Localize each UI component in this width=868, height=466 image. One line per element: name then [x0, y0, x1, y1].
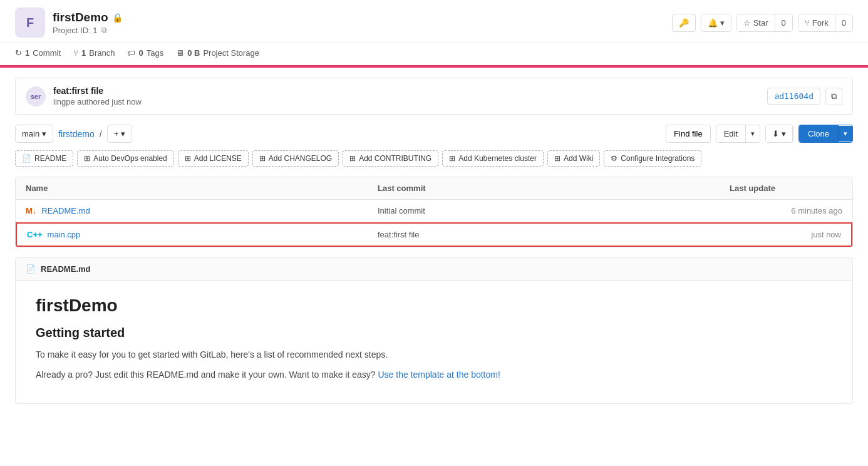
shortcut-button[interactable]: ⊞Add Kubernetes cluster: [442, 150, 544, 167]
file-type-icon: M↓: [26, 206, 36, 215]
shortcut-label: Add LICENSE: [194, 154, 242, 163]
key-button[interactable]: 🔑: [672, 14, 696, 32]
shortcut-button[interactable]: ⊞Add LICENSE: [178, 150, 249, 167]
tag-count: 0: [138, 48, 143, 58]
copy-hash-button[interactable]: ⧉: [825, 88, 842, 105]
tag-label: Tags: [147, 48, 163, 58]
toolbar: main ▾ firstdemo / + ▾ Find file Edit ▾ …: [15, 125, 853, 143]
download-button[interactable]: ⬇ ▾: [766, 125, 793, 142]
shortcut-icon: ⚙: [611, 154, 617, 163]
commit-left: ser feat:first file lingpe authored just…: [26, 86, 142, 106]
file-name-text[interactable]: README.md: [41, 206, 90, 215]
file-name-text[interactable]: main.cpp: [48, 230, 81, 239]
readme-para2-link[interactable]: Use the template at the bottom!: [378, 370, 500, 380]
edit-caret-icon[interactable]: ▾: [746, 126, 760, 142]
readme-heading: firstDemo: [36, 296, 832, 316]
storage-stat: 🖥 0 B Project Storage: [176, 48, 259, 58]
shortcut-button[interactable]: ⊞Add CONTRIBUTING: [343, 150, 438, 167]
file-name[interactable]: M↓ README.md: [26, 206, 378, 215]
storage-icon: 🖥: [176, 48, 184, 58]
stats-bar: ↻ 1 Commit ⑂ 1 Branch 🏷 0 Tags 🖥 0 B Pro…: [0, 43, 868, 65]
project-id-row: Project ID: 1 ⧉: [53, 26, 123, 35]
branch-selector[interactable]: main ▾: [15, 125, 53, 143]
shortcut-label: Configure Integrations: [621, 154, 695, 163]
shortcut-button[interactable]: ⊞Add Wiki: [547, 150, 600, 167]
tags-stat[interactable]: 🏷 0 Tags: [127, 48, 163, 58]
fork-button[interactable]: ⑂ Fork: [798, 14, 835, 31]
col-name: Name: [26, 184, 378, 193]
clone-button-group: Clone ▾: [798, 125, 853, 143]
commit-hash[interactable]: ad11604d: [767, 88, 820, 105]
branch-count: 1: [81, 48, 86, 58]
download-icon: ⬇: [772, 129, 779, 138]
shortcut-label: Add Kubernetes cluster: [458, 154, 537, 163]
lock-icon: 🔒: [112, 13, 123, 23]
top-actions: 🔑 🔔 ▾ ☆ Star 0 ⑂ Fork 0: [672, 14, 853, 32]
storage-label: Project Storage: [203, 48, 259, 58]
project-info: F firstDemo 🔒 Project ID: 1 ⧉: [15, 8, 123, 38]
add-file-button[interactable]: + ▾: [107, 125, 133, 143]
file-type-icon: C++: [27, 230, 43, 239]
col-last-update: Last update: [730, 184, 842, 193]
add-caret-icon: ▾: [121, 129, 125, 138]
project-name-row: firstDemo 🔒: [53, 11, 123, 24]
branch-icon: ⑂: [73, 48, 78, 58]
notification-button[interactable]: 🔔 ▾: [701, 14, 731, 32]
shortcut-button[interactable]: ⊞Auto DevOps enabled: [77, 150, 173, 167]
copy-id-icon[interactable]: ⧉: [101, 26, 107, 34]
project-id-label: Project ID: 1: [53, 26, 98, 35]
file-commit-msg: Initial commit: [378, 206, 730, 215]
branch-name: main: [22, 129, 39, 138]
shortcut-button[interactable]: 📄README: [15, 150, 73, 167]
find-file-button[interactable]: Find file: [666, 125, 711, 143]
readme-para1: To make it easy for you to get started w…: [36, 348, 832, 361]
shortcut-label: Add CHANGELOG: [269, 154, 332, 163]
shortcut-label: README: [34, 154, 66, 163]
star-button[interactable]: ☆ Star: [737, 14, 775, 31]
commit-banner: ser feat:first file lingpe authored just…: [15, 78, 853, 115]
edit-button[interactable]: Edit: [716, 125, 746, 142]
shortcut-icon: ⊞: [259, 154, 266, 163]
shortcut-label: Add CONTRIBUTING: [359, 154, 431, 163]
commit-message[interactable]: feat:first file: [53, 86, 142, 96]
project-avatar: F: [15, 8, 45, 38]
branch-caret-icon: ▾: [42, 129, 46, 138]
star-button-group: ☆ Star 0: [736, 14, 793, 32]
file-name[interactable]: C++ main.cpp: [27, 230, 378, 239]
branch-label: Branch: [89, 48, 115, 58]
download-button-group: ⬇ ▾: [765, 125, 793, 143]
shortcut-button[interactable]: ⚙Configure Integrations: [604, 150, 701, 167]
readme-header: 📄 README.md: [16, 258, 852, 281]
file-rows: M↓ README.md Initial commit 6 minutes ag…: [16, 200, 852, 247]
branches-stat[interactable]: ⑂ 1 Branch: [73, 48, 115, 58]
bell-caret-icon: ▾: [720, 18, 725, 28]
path-item[interactable]: firstdemo: [58, 129, 95, 139]
shortcut-icon: ⊞: [84, 154, 90, 163]
tag-icon: 🏷: [127, 48, 135, 58]
fork-label: Fork: [812, 18, 829, 28]
project-title: firstDemo: [53, 11, 108, 24]
download-caret-icon: ▾: [782, 129, 786, 138]
clone-button[interactable]: Clone: [799, 125, 839, 142]
shortcut-icon: ⊞: [349, 154, 356, 163]
commit-info: feat:first file lingpe authored just now: [53, 86, 142, 106]
clone-caret-icon[interactable]: ▾: [839, 126, 852, 142]
fork-count: 0: [835, 14, 852, 31]
readme-para2-start: Already a pro? Just edit this README.md …: [36, 370, 376, 380]
shortcut-label: Auto DevOps enabled: [93, 154, 167, 163]
star-icon: ☆: [743, 18, 751, 28]
shortcut-icon: ⊞: [185, 154, 191, 163]
readme-body: firstDemo Getting started To make it eas…: [16, 281, 852, 403]
readme-filename: README.md: [41, 264, 90, 274]
commits-stat[interactable]: ↻ 1 Commit: [15, 48, 61, 58]
fork-button-group: ⑂ Fork 0: [798, 14, 853, 32]
star-label: Star: [753, 18, 768, 28]
readme-file-icon: 📄: [26, 264, 36, 274]
file-update-time: just now: [728, 230, 841, 239]
readme-para2: Already a pro? Just edit this README.md …: [36, 368, 832, 381]
project-details: firstDemo 🔒 Project ID: 1 ⧉: [53, 11, 123, 35]
toolbar-right: Find file Edit ▾ ⬇ ▾ Clone ▾: [666, 125, 853, 143]
commit-meta: lingpe authored just now: [53, 97, 142, 106]
fork-icon: ⑂: [805, 18, 810, 28]
shortcut-button[interactable]: ⊞Add CHANGELOG: [252, 150, 339, 167]
